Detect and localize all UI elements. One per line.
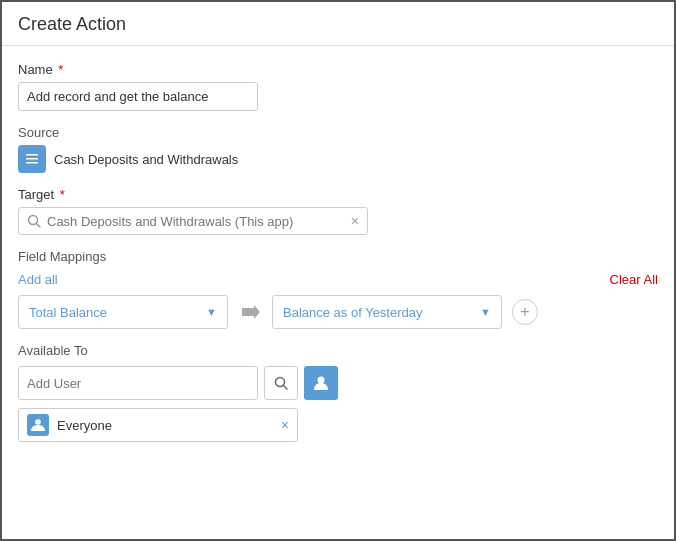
- field-mappings-section: Field Mappings Add all Clear All Total B…: [18, 249, 658, 329]
- svg-marker-5: [242, 305, 260, 319]
- name-field-group: Name *: [18, 62, 658, 111]
- svg-point-8: [318, 377, 325, 384]
- target-label: Target *: [18, 187, 658, 202]
- mapping-left-text: Total Balance: [29, 305, 107, 320]
- required-star: *: [55, 62, 64, 77]
- svg-line-4: [37, 224, 41, 228]
- target-input[interactable]: [47, 214, 345, 229]
- source-label: Source: [18, 125, 658, 140]
- source-field-group: Source Cash Deposits and Withdrawals: [18, 125, 658, 173]
- everyone-icon: [27, 414, 49, 436]
- target-search-box[interactable]: ×: [18, 207, 368, 235]
- user-search-button[interactable]: [264, 366, 298, 400]
- everyone-remove-icon[interactable]: ×: [281, 417, 289, 433]
- chevron-down-icon-left: ▼: [206, 306, 217, 318]
- form-body: Name * Source Cash Deposits and Withdraw…: [2, 46, 674, 458]
- page-title: Create Action: [18, 14, 126, 34]
- svg-line-7: [284, 386, 288, 390]
- mapping-right-dropdown[interactable]: Balance as of Yesterday ▼: [272, 295, 502, 329]
- list-svg: [24, 151, 40, 167]
- target-field-group: Target * ×: [18, 187, 658, 235]
- svg-rect-2: [26, 162, 38, 164]
- svg-rect-1: [26, 158, 38, 160]
- user-search-row: [18, 366, 658, 400]
- source-row: Cash Deposits and Withdrawals: [18, 145, 658, 173]
- add-all-link[interactable]: Add all: [18, 272, 58, 287]
- search-icon: [27, 214, 41, 228]
- svg-point-9: [35, 419, 41, 425]
- target-required-star: *: [56, 187, 65, 202]
- available-to-section: Available To: [18, 343, 658, 442]
- clear-all-link[interactable]: Clear All: [610, 272, 658, 287]
- available-to-label: Available To: [18, 343, 658, 358]
- source-text: Cash Deposits and Withdrawals: [54, 152, 238, 167]
- list-icon: [18, 145, 46, 173]
- target-clear-icon[interactable]: ×: [351, 213, 359, 229]
- everyone-row: Everyone ×: [18, 408, 298, 442]
- chevron-down-icon-right: ▼: [480, 306, 491, 318]
- person-icon: [312, 374, 330, 392]
- panel-header: Create Action: [2, 2, 674, 46]
- field-mappings-label: Field Mappings: [18, 249, 658, 264]
- name-input[interactable]: [18, 82, 258, 111]
- add-mapping-button[interactable]: +: [512, 299, 538, 325]
- group-icon: [30, 417, 46, 433]
- mapping-left-dropdown[interactable]: Total Balance ▼: [18, 295, 228, 329]
- add-person-button[interactable]: [304, 366, 338, 400]
- add-clear-row: Add all Clear All: [18, 272, 658, 287]
- mapping-row: Total Balance ▼ Balance as of Yesterday …: [18, 295, 658, 329]
- search-icon-small: [274, 376, 288, 390]
- create-action-panel: Create Action Name * Source Cash Depo: [0, 0, 676, 541]
- arrow-svg: [238, 302, 262, 322]
- name-label: Name *: [18, 62, 658, 77]
- everyone-text: Everyone: [57, 418, 273, 433]
- mapping-right-text: Balance as of Yesterday: [283, 305, 423, 320]
- arrow-icon: [238, 302, 262, 322]
- add-user-input[interactable]: [18, 366, 258, 400]
- svg-rect-0: [26, 154, 38, 156]
